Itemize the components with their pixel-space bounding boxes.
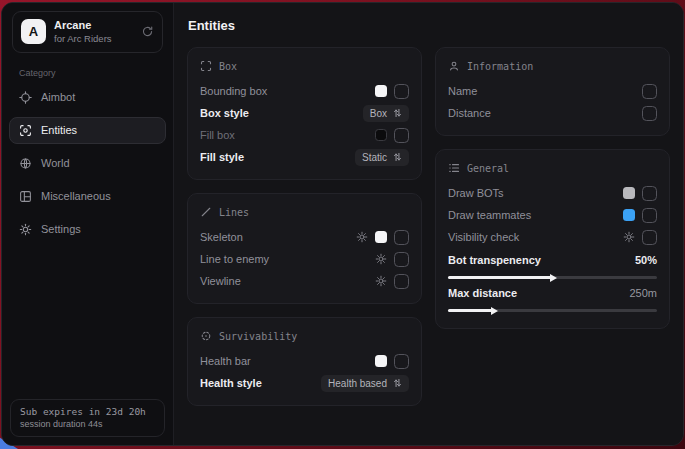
- row-draw-teammates: Draw teammates: [448, 204, 657, 226]
- slider-fill: [448, 276, 553, 279]
- category-label: Category: [19, 68, 173, 78]
- card-survivability: Survivability Health bar Health style: [187, 317, 422, 406]
- brand-card: A Arcane for Arc Riders: [12, 11, 163, 53]
- setting-label: Visibility check: [448, 231, 519, 243]
- color-swatch[interactable]: [623, 187, 635, 199]
- health-style-dropdown[interactable]: Health based: [321, 375, 409, 392]
- line-icon: [200, 206, 212, 218]
- globe-icon: [19, 157, 32, 170]
- gear-icon[interactable]: [375, 253, 387, 265]
- setting-label: Bounding box: [200, 85, 267, 97]
- dashed-circle-icon: [200, 330, 212, 342]
- dropdown-value: Health based: [328, 378, 387, 389]
- row-distance: Distance: [448, 102, 657, 124]
- card-title: Information: [467, 61, 533, 72]
- color-swatch[interactable]: [623, 209, 635, 221]
- brand-name: Arcane: [54, 19, 112, 33]
- setting-label: Box style: [200, 107, 249, 119]
- checkbox[interactable]: [394, 128, 409, 143]
- brackets-icon: [200, 60, 212, 72]
- setting-label: Health bar: [200, 355, 251, 367]
- row-line-to-enemy: Line to enemy: [200, 248, 409, 270]
- fill-style-dropdown[interactable]: Static: [355, 149, 409, 166]
- setting-label: Fill style: [200, 151, 244, 163]
- checkbox[interactable]: [642, 230, 657, 245]
- card-title: Survivability: [219, 331, 297, 342]
- sidebar-nav: Aimbot Entities: [2, 81, 173, 246]
- checkbox[interactable]: [394, 230, 409, 245]
- brand-logo: A: [21, 19, 46, 44]
- color-swatch[interactable]: [375, 85, 387, 97]
- setting-label: Line to enemy: [200, 253, 269, 265]
- card-title: Lines: [219, 207, 249, 218]
- checkbox[interactable]: [394, 354, 409, 369]
- checkbox[interactable]: [642, 208, 657, 223]
- checkbox[interactable]: [394, 84, 409, 99]
- checkbox[interactable]: [642, 106, 657, 121]
- setting-label: Distance: [448, 107, 491, 119]
- setting-label: Skeleton: [200, 231, 243, 243]
- layout-icon: [19, 190, 32, 203]
- page-title: Entities: [188, 18, 670, 33]
- max-distance-setting: Max distance 250m: [448, 284, 657, 312]
- sidebar-item-label: World: [41, 157, 70, 169]
- setting-label: Draw teammates: [448, 209, 531, 221]
- gear-icon: [19, 223, 32, 236]
- sidebar-item-miscellaneous[interactable]: Miscellaneous: [9, 183, 166, 210]
- session-duration: session duration 44s: [20, 419, 155, 429]
- person-icon: [448, 60, 460, 72]
- sidebar-item-label: Miscellaneous: [41, 190, 111, 202]
- sidebar-item-settings[interactable]: Settings: [9, 216, 166, 243]
- sidebar-item-entities[interactable]: Entities: [9, 117, 166, 144]
- card-general: General Draw BOTs Draw teammates: [435, 149, 670, 329]
- setting-label: Viewline: [200, 275, 241, 287]
- dropdown-value: Static: [362, 152, 387, 163]
- row-box-style: Box style Box: [200, 102, 409, 124]
- brand-text: Arcane for Arc Riders: [54, 19, 112, 45]
- setting-label: Bot transpenency: [448, 254, 541, 266]
- list-icon: [448, 162, 460, 174]
- slider-value: 250m: [629, 287, 657, 299]
- color-swatch[interactable]: [375, 129, 387, 141]
- refresh-icon[interactable]: [141, 25, 154, 38]
- subscription-expiry: Sub expires in 23d 20h: [20, 406, 155, 417]
- updown-arrows-icon: [393, 378, 402, 388]
- setting-label: Max distance: [448, 287, 517, 299]
- setting-label: Draw BOTs: [448, 187, 504, 199]
- row-skeleton: Skeleton: [200, 226, 409, 248]
- checkbox[interactable]: [394, 252, 409, 267]
- max-distance-slider[interactable]: [448, 309, 657, 312]
- sidebar-item-aimbot[interactable]: Aimbot: [9, 84, 166, 111]
- checkbox[interactable]: [642, 186, 657, 201]
- setting-label: Name: [448, 85, 477, 97]
- row-fill-box: Fill box: [200, 124, 409, 146]
- card-information: Information Name Distance: [435, 47, 670, 136]
- gear-icon[interactable]: [375, 275, 387, 287]
- row-visibility-check: Visibility check: [448, 226, 657, 248]
- desktop-background: A Arcane for Arc Riders Category: [0, 0, 685, 449]
- updown-arrows-icon: [393, 152, 402, 162]
- bot-transparency-slider[interactable]: [448, 276, 657, 279]
- sidebar-item-label: Entities: [41, 124, 77, 136]
- row-health-style: Health style Health based: [200, 372, 409, 394]
- updown-arrows-icon: [393, 108, 402, 118]
- row-viewline: Viewline: [200, 270, 409, 292]
- main-content: Entities Box: [174, 3, 683, 445]
- color-swatch[interactable]: [375, 231, 387, 243]
- card-box: Box Bounding box Box style: [187, 47, 422, 180]
- card-lines: Lines Skeleton: [187, 193, 422, 304]
- row-draw-bots: Draw BOTs: [448, 182, 657, 204]
- sidebar: A Arcane for Arc Riders Category: [2, 3, 174, 445]
- brand-subtitle: for Arc Riders: [54, 33, 112, 45]
- box-style-dropdown[interactable]: Box: [363, 105, 409, 122]
- sidebar-item-world[interactable]: World: [9, 150, 166, 177]
- checkbox[interactable]: [642, 84, 657, 99]
- gear-icon[interactable]: [623, 231, 635, 243]
- color-swatch[interactable]: [375, 355, 387, 367]
- sidebar-item-label: Settings: [41, 223, 81, 235]
- card-title: General: [467, 163, 509, 174]
- checkbox[interactable]: [394, 274, 409, 289]
- gear-icon[interactable]: [356, 231, 368, 243]
- slider-value: 50%: [635, 254, 657, 266]
- row-bounding-box: Bounding box: [200, 80, 409, 102]
